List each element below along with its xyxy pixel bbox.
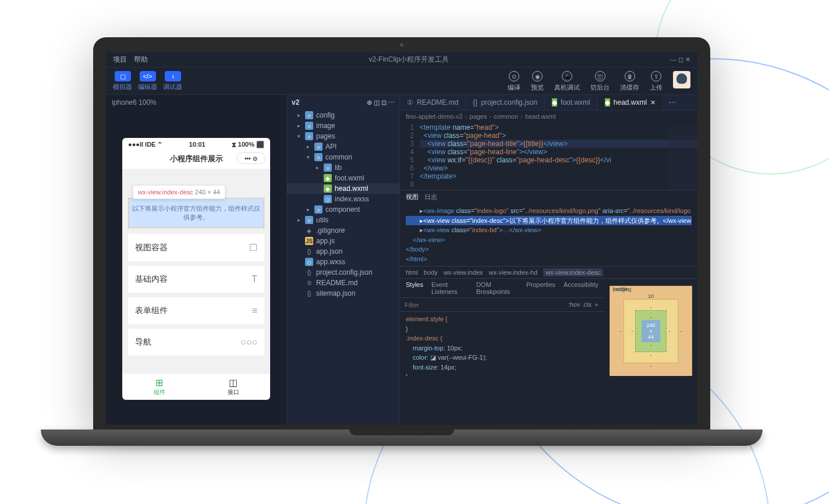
phone-tab[interactable]: ◫接口 — [196, 374, 270, 400]
tree-node[interactable]: ▸■lib — [287, 162, 399, 173]
tree-node[interactable]: ▾■common — [287, 152, 399, 162]
phone-tab[interactable]: ⊞组件 — [122, 374, 196, 400]
tree-node[interactable]: ◆foot.wxml — [287, 173, 399, 183]
camera-dot — [400, 43, 403, 47]
device-info: iphone6 100% — [106, 95, 286, 110]
dom-breadcrumb[interactable]: htmlbodywx-view.indexwx-view.index-hdwx-… — [400, 266, 697, 278]
toolbar-btn-1[interactable]: </>编辑器 — [138, 71, 157, 91]
toolbar: ▢模拟器</>编辑器⫞调试器 ⊙编译◉预览📱真机调试◫切后台🗑清缓存⇪上传 — [106, 68, 697, 95]
box-model: margin 10 - border - — [604, 279, 697, 376]
menu-help[interactable]: 帮助 — [134, 55, 148, 65]
minimap[interactable] — [668, 125, 697, 189]
editor-tab[interactable]: ◆foot.wxml — [545, 95, 598, 110]
tree-node[interactable]: ▸■config — [287, 110, 399, 120]
top-action-5[interactable]: ⇪上传 — [650, 71, 663, 92]
tree-node[interactable]: ▾■pages — [287, 131, 399, 141]
menubar: 项目 帮助 v2-FinClip小程序开发工具 — ◻ ✕ — [106, 52, 697, 68]
list-item[interactable]: 表单组件≡ — [128, 297, 264, 324]
tree-node[interactable]: JSapp.js — [287, 236, 399, 246]
highlighted-element[interactable]: 以下将展示小程序官方组件能力，组件样式仅供参考。 — [128, 198, 264, 228]
top-action-4[interactable]: 🗑清缓存 — [620, 71, 639, 92]
editor-tab[interactable]: {}project.config.json — [466, 95, 545, 110]
phone-preview: ●●●Il IDE ⌃ 10:01 ⧗ 100% ⬛ 小程序组件展示 ••• ⊙… — [122, 138, 270, 400]
tree-root[interactable]: v2 — [292, 98, 299, 107]
phone-tabbar: ⊞组件◫接口 — [122, 373, 270, 400]
inspect-tooltip: wx-view.index-desc 240 × 44 — [133, 185, 225, 199]
editor-tab[interactable]: ①README.md — [400, 95, 466, 110]
phone-statusbar: ●●●Il IDE ⌃ 10:01 ⧗ 100% ⬛ — [122, 138, 270, 151]
list-item[interactable]: 视图容器☐ — [128, 234, 264, 261]
breadcrumb[interactable]: fino-applet-demo-v2›pages›common›head.wx… — [400, 111, 697, 122]
code-editor[interactable]: 1<template name="head">2 <view class="pa… — [400, 122, 697, 190]
tree-node[interactable]: {}sitemap.json — [287, 288, 399, 299]
styles-tabs[interactable]: StylesEvent ListenersDOM BreakpointsProp… — [400, 279, 604, 297]
phone-navbar: 小程序组件展示 ••• ⊙ — [122, 151, 270, 169]
tree-node[interactable]: ▸■utils — [287, 215, 399, 225]
list-item[interactable]: 导航○○○ — [128, 329, 264, 356]
tree-node[interactable]: ◆head.wxml — [287, 183, 399, 194]
dom-tree[interactable]: ▸<wx-image class="index-logo" src="../re… — [400, 204, 697, 266]
devtools: 视图日志 ▸<wx-image class="index-logo" src="… — [400, 190, 697, 376]
tabs-more-icon[interactable]: ⋯ — [663, 95, 682, 110]
styles-filter-actions[interactable]: :hov .cls ＋ — [564, 298, 604, 311]
top-action-1[interactable]: ◉预览 — [531, 71, 544, 92]
ide-window: 项目 帮助 v2-FinClip小程序开发工具 — ◻ ✕ ▢模拟器</>编辑器… — [106, 52, 697, 425]
top-action-0[interactable]: ⊙编译 — [508, 71, 520, 92]
menu-project[interactable]: 项目 — [113, 55, 127, 65]
tree-actions[interactable]: ⊕ ◫ ⊡ ⋯ — [367, 99, 395, 107]
styles-filter-input[interactable] — [400, 298, 564, 311]
avatar[interactable] — [673, 71, 690, 88]
capsule-button[interactable]: ••• ⊙ — [236, 152, 265, 164]
tree-node[interactable]: ◇index.wxss — [287, 194, 399, 204]
editor-tab[interactable]: ◆head.wxml✕ — [598, 95, 663, 110]
top-action-3[interactable]: ◫切后台 — [590, 71, 610, 92]
tree-node[interactable]: ①README.md — [287, 278, 399, 288]
editor-tabs: ①README.md{}project.config.json◆foot.wxm… — [400, 95, 697, 111]
devtools-top-tabs[interactable]: 视图日志 — [400, 190, 697, 204]
css-rules[interactable]: element.style {}.index-desc {</span></di… — [400, 312, 604, 376]
window-title: v2-FinClip小程序开发工具 — [369, 55, 449, 65]
window-controls[interactable]: — ◻ ✕ — [670, 56, 690, 63]
tree-node[interactable]: ▸■component — [287, 204, 399, 215]
toolbar-btn-2[interactable]: ⫞调试器 — [163, 71, 182, 91]
tree-node[interactable]: {}project.config.json — [287, 267, 399, 278]
tree-node[interactable]: ▸■API — [287, 141, 399, 152]
laptop-frame: 项目 帮助 v2-FinClip小程序开发工具 — ◻ ✕ ▢模拟器</>编辑器… — [93, 37, 710, 446]
tree-node[interactable]: {}app.json — [287, 246, 399, 257]
tree-node[interactable]: ◈.gitignore — [287, 225, 399, 236]
list-item[interactable]: 基础内容T — [128, 266, 264, 293]
toolbar-btn-0[interactable]: ▢模拟器 — [113, 71, 132, 91]
tree-node[interactable]: ◇app.wxss — [287, 257, 399, 267]
top-action-2[interactable]: 📱真机调试 — [554, 71, 580, 92]
tree-node[interactable]: ▸■image — [287, 120, 399, 131]
file-explorer: v2 ⊕ ◫ ⊡ ⋯ ▸■config▸■image▾■pages▸■API▾■… — [286, 95, 400, 425]
simulator-panel: iphone6 100% ●●●Il IDE ⌃ 10:01 ⧗ 100% ⬛ … — [106, 95, 286, 425]
